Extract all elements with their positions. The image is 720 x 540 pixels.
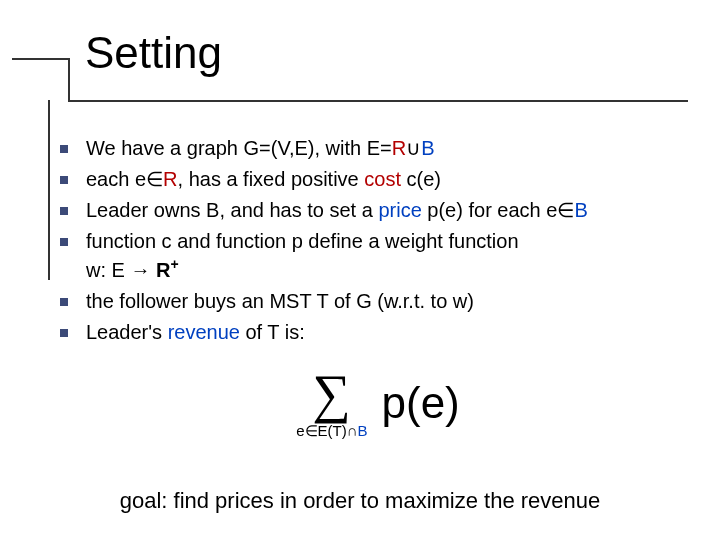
text: MST [269,290,311,312]
bullet-item: each e∈R, has a fixed positive cost c(e) [60,165,696,194]
text-blue: B [421,137,434,159]
text: c(e) [401,168,441,190]
text: Leader's [86,321,168,343]
bullet-icon [60,329,68,337]
bullet-item: Leader's revenue of T is: [60,318,696,347]
text-blue: B [574,199,587,221]
text-bold: R [156,259,170,281]
formula: ∑ e∈E(T)∩B p(e) [60,367,696,438]
text: weight function [385,230,518,252]
text-red: R [163,168,177,190]
text-red: cost [364,168,401,190]
text: w: E → [86,259,156,281]
text: ∪ [406,137,421,159]
bullet-icon [60,145,68,153]
text: p(e) for each e∈ [422,199,575,221]
bullet-item: the follower buys an MST T of G (w.r.t. … [60,287,696,316]
slide-title: Setting [85,28,720,78]
bullet-item: We have a graph G=(V,E), with E=R∪B [60,134,696,163]
sigma-symbol: ∑ [313,367,352,421]
bullet-icon [60,207,68,215]
sigma-subscript-blue: B [358,422,368,439]
text-blue: price [378,199,421,221]
bullet-item: function c and function p define a weigh… [60,227,696,285]
text: , has a fixed positive [178,168,365,190]
text: Leader owns B, and has to set a [86,199,378,221]
text: each e∈ [86,168,163,190]
bullet-item: Leader owns B, and has to set a price p(… [60,196,696,225]
bullet-icon [60,298,68,306]
text: the follower buys an [86,290,269,312]
text-sup: + [170,256,178,272]
bullet-icon [60,176,68,184]
text: function c and function p define a [86,230,385,252]
goal-text: goal: find prices in order to maximize t… [0,488,720,514]
slide-body: We have a graph G=(V,E), with E=R∪B each… [0,110,720,438]
sigma-subscript: e∈E(T)∩ [296,422,357,439]
formula-body: p(e) [382,371,460,435]
text: of T is: [240,321,305,343]
text-red: R [392,137,406,159]
bullet-icon [60,238,68,246]
text: T of G (w.r.t. to w) [311,290,474,312]
text-blue: revenue [168,321,240,343]
text: We have a graph G=(V,E), with E= [86,137,392,159]
